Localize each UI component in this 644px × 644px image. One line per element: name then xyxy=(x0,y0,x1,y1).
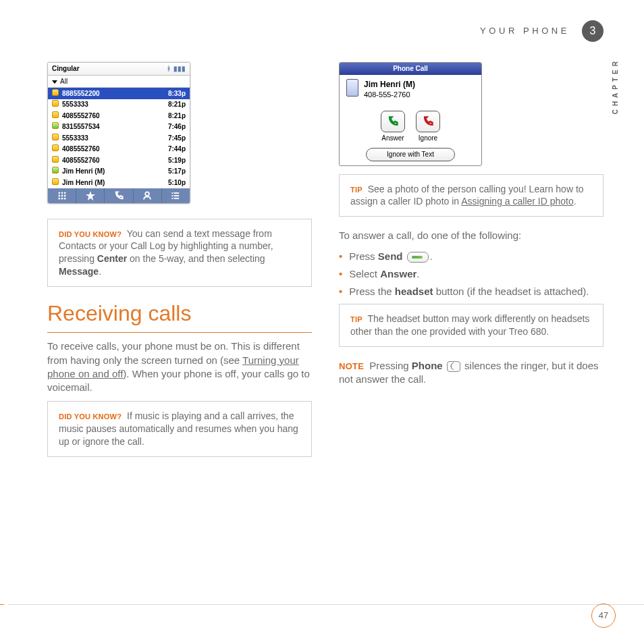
svg-point-6 xyxy=(58,197,60,199)
call-log-row: Jim Henri (M)5:17p xyxy=(48,166,190,178)
call-log-row: 40855527608:21p xyxy=(48,110,190,122)
phone-icon xyxy=(104,188,132,203)
list-item: Press the headset button (if the headset… xyxy=(339,285,603,298)
dropdown-icon xyxy=(52,80,57,84)
section-label: YOUR PHONE xyxy=(480,25,570,37)
signal-icon: ▮▮▮ xyxy=(173,64,186,74)
svg-point-8 xyxy=(63,197,65,199)
link-caller-id-photo[interactable]: Assigning a caller ID photo xyxy=(461,196,574,207)
tip-tag: TIP xyxy=(350,315,363,323)
svg-point-7 xyxy=(61,197,63,199)
svg-point-1 xyxy=(61,192,63,194)
svg-rect-12 xyxy=(172,195,173,196)
tip-box: TIP See a photo of the person calling yo… xyxy=(339,174,603,217)
phone-icon xyxy=(346,79,358,97)
list-item: Press Send . xyxy=(339,250,603,263)
svg-rect-10 xyxy=(172,192,173,194)
carrier-label: Cingular xyxy=(52,64,80,74)
bluetooth-icon: ᚼ xyxy=(167,64,171,74)
star-icon xyxy=(76,188,104,203)
phone-button-icon xyxy=(447,361,460,372)
note-paragraph: NOTE Pressing Phone silences the ringer,… xyxy=(339,359,603,387)
answer-button: Answer xyxy=(381,111,405,143)
chapter-badge: 3 xyxy=(582,20,603,42)
dialog-title: Phone Call xyxy=(340,63,481,75)
dyk-tag: DID YOU KNOW? xyxy=(59,230,122,238)
page-header: YOUR PHONE 3 xyxy=(47,20,603,42)
caller-name: Jim Henri (M) xyxy=(364,79,415,90)
status-icons: ᚼ ▮▮▮ xyxy=(167,64,186,74)
call-log-screenshot: Cingular ᚼ ▮▮▮ All 88855522008:33p555333… xyxy=(47,62,190,204)
incoming-call-screenshot: Phone Call Jim Henri (M) 408-555-2760 An… xyxy=(339,62,482,166)
svg-point-0 xyxy=(58,192,60,194)
call-log-row: 40855527607:44p xyxy=(48,144,190,155)
svg-rect-14 xyxy=(172,197,173,198)
note-tag: NOTE xyxy=(339,361,364,371)
svg-point-9 xyxy=(145,192,149,196)
dyk-tag: DID YOU KNOW? xyxy=(59,412,122,421)
answer-intro: To answer a call, do one of the followin… xyxy=(339,229,603,242)
ignore-button: Ignore xyxy=(416,111,440,143)
call-log-row: 55533337:45p xyxy=(48,132,190,144)
list-item: Select Answer. xyxy=(339,267,603,281)
intro-paragraph: To receive calls, your phone must be on.… xyxy=(47,340,312,394)
call-log-row: 88855522008:33p xyxy=(48,88,190,99)
contacts-icon xyxy=(133,188,161,203)
caller-number: 408-555-2760 xyxy=(364,90,415,100)
did-you-know-box: DID YOU KNOW? You can send a text messag… xyxy=(47,219,312,288)
footer-rule xyxy=(0,604,644,605)
svg-rect-15 xyxy=(174,197,180,198)
filter-row: All xyxy=(48,76,190,88)
svg-rect-11 xyxy=(174,192,180,194)
call-log-row: 83155575347:46p xyxy=(48,122,190,133)
svg-rect-13 xyxy=(174,195,180,196)
ignore-with-text-button: Ignore with Text xyxy=(366,148,455,161)
svg-point-3 xyxy=(58,194,60,196)
call-log-row: 55533338:21p xyxy=(48,99,190,111)
chapter-side-label: CHAPTER xyxy=(611,58,620,114)
answer-options: Press Send . Select Answer. Press the he… xyxy=(339,250,603,299)
svg-point-5 xyxy=(63,194,65,196)
list-icon xyxy=(161,188,190,203)
svg-point-2 xyxy=(63,192,65,194)
tip-tag: TIP xyxy=(350,186,363,194)
dialpad-icon xyxy=(48,188,76,203)
bottom-tabs xyxy=(48,188,190,203)
tip-box: TIP The headset button may work differen… xyxy=(339,304,603,347)
send-button-icon xyxy=(407,252,429,263)
page-title: Receiving calls xyxy=(47,299,312,333)
did-you-know-box: DID YOU KNOW? If music is playing and a … xyxy=(47,401,312,457)
call-log-row: Jim Henri (M)5:10p xyxy=(48,177,190,188)
page-number: 47 xyxy=(591,603,616,628)
call-log-row: 40855527605:19p xyxy=(48,155,190,166)
svg-point-4 xyxy=(61,194,63,196)
